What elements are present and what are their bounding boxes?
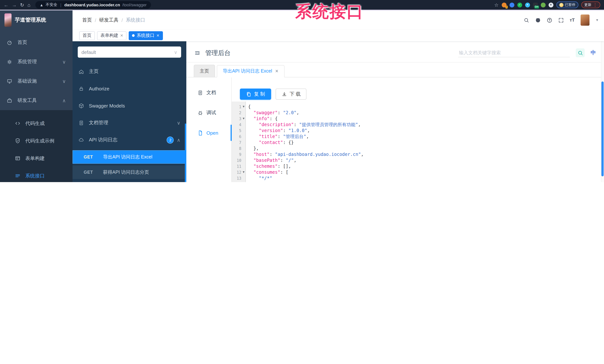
extension-icon[interactable]: 1 xyxy=(502,2,506,7)
font-size-icon[interactable]: тT xyxy=(570,17,575,23)
swagger-menu-item-文档管理[interactable]: 文档管理∨ xyxy=(73,114,186,131)
sidebar-item-表单构建[interactable]: 表单构建 xyxy=(0,150,73,167)
code-text: "swagger": "2.0", xyxy=(246,110,299,116)
tab-close-icon[interactable]: ✕ xyxy=(275,69,278,74)
doc-tab-主页[interactable]: 主页 xyxy=(194,65,215,77)
browser-home-icon[interactable]: ⌂ xyxy=(27,2,30,7)
extension-icon[interactable]: ✓ xyxy=(517,2,522,7)
models-icon xyxy=(78,103,84,108)
language-switch-icon[interactable]: 中 xyxy=(591,50,596,56)
panel-scrollbar-thumb[interactable] xyxy=(185,124,186,182)
tag-首页[interactable]: 首页 xyxy=(79,31,95,40)
code-text: }, xyxy=(246,145,259,151)
sidebar-item-label: 系统管理 xyxy=(17,58,37,65)
chevron-down-icon[interactable]: ▼ xyxy=(595,18,599,22)
chevron-down-icon: ∨ xyxy=(177,120,180,126)
update-badge[interactable]: 更新 ⋮ xyxy=(581,1,600,8)
extension-icon[interactable] xyxy=(541,2,545,7)
swagger-operations: GET导出API 访问日志 ExcelGET获得API 访问日志分页 xyxy=(73,150,186,179)
screenshot-root: ← → ↻ ⌂ ▲ 不安全 | dashboard.yudao.iocoder.… xyxy=(0,0,604,182)
code-line: 7 "contact": {} xyxy=(232,139,604,145)
sidebar-item-首页[interactable]: 首页 xyxy=(0,33,73,52)
extension-icon[interactable]: ✱ xyxy=(548,2,553,7)
sidebar-item-代码生成[interactable]: 代码生成 xyxy=(0,114,73,132)
browser-back-icon[interactable]: ← xyxy=(4,2,9,7)
doc-icon xyxy=(198,90,203,95)
swagger-menu-item-API 访问日志[interactable]: API 访问日志2∧ xyxy=(73,131,186,149)
main-scrollbar-track[interactable] xyxy=(601,41,604,182)
tag-close-icon[interactable]: ✕ xyxy=(120,34,123,38)
address-bar[interactable]: ▲ 不安全 | dashboard.yudao.iocoder.cn/tool/… xyxy=(35,1,151,9)
app-sidebar: 芋道管理系统 首页系统管理∨基础设施∨研发工具∧代码生成代码生成示例表单构建系统… xyxy=(0,10,73,182)
doc-title: 管理后台 xyxy=(205,49,231,57)
breadcrumb-item[interactable]: 研发工具 xyxy=(99,17,118,24)
tag-表单构建[interactable]: 表单构建✕ xyxy=(97,31,127,40)
code-line: 10 "basePath": "/", xyxy=(232,157,604,163)
api-operation-获得API 访问日志分页[interactable]: GET获得API 访问日志分页 xyxy=(73,165,186,179)
fullscreen-icon[interactable] xyxy=(558,17,564,23)
sidebar-item-基础设施[interactable]: 基础设施∨ xyxy=(0,71,73,91)
menu-collapse-icon[interactable] xyxy=(195,50,200,56)
api-operation-导出API 访问日志 Excel[interactable]: GET导出API 访问日志 Excel xyxy=(73,150,186,164)
api-icon xyxy=(15,173,20,178)
doc-side-nav-label: Open xyxy=(206,130,218,136)
line-number: 9 xyxy=(232,151,241,157)
swagger-menu-item-Swagger Models[interactable]: Swagger Models xyxy=(73,97,186,114)
code-text: "*/*" xyxy=(246,175,272,181)
code-text: "schemes": [], xyxy=(246,163,291,169)
breadcrumb-item[interactable]: 首页 xyxy=(82,17,92,24)
fold-gutter xyxy=(241,151,246,157)
search-icon[interactable] xyxy=(524,17,529,23)
editor-column: 复 制 下 载 1▼{2 "swagger": "2.0",3▼ "info":… xyxy=(232,77,604,182)
line-number: 5 xyxy=(232,128,241,134)
line-number: 8 xyxy=(232,145,241,151)
logo-image xyxy=(4,13,12,27)
extension-icon[interactable] xyxy=(509,2,514,7)
fold-caret-icon[interactable]: ▼ xyxy=(241,116,246,122)
sidebar-item-系统管理[interactable]: 系统管理∨ xyxy=(0,52,73,71)
copy-button[interactable]: 复 制 xyxy=(240,88,271,100)
help-icon[interactable] xyxy=(547,17,552,23)
github-icon[interactable] xyxy=(535,17,541,23)
doc-search-input[interactable] xyxy=(458,49,570,57)
tag-close-icon[interactable]: ✕ xyxy=(156,34,160,38)
swagger-menu-item-Authorize[interactable]: Authorize xyxy=(73,80,186,97)
paused-badge[interactable]: 已暂停 xyxy=(556,1,578,8)
doc-side-nav-文档[interactable]: 文档 xyxy=(186,83,231,103)
download-button[interactable]: 下 载 xyxy=(276,88,306,100)
api-group-API 错误日志[interactable]: API 错误日志3∨ xyxy=(73,181,186,182)
sidebar-subitem-label: 代码生成 xyxy=(25,120,45,127)
doc-tab-导出API 访问日志 Excel[interactable]: 导出API 访问日志 Excel✕ xyxy=(217,65,285,77)
tag-label: 系统接口 xyxy=(137,32,154,39)
json-editor[interactable]: 1▼{2 "swagger": "2.0",3▼ "info": {4 "des… xyxy=(232,101,604,182)
browser-reload-icon[interactable]: ↻ xyxy=(20,2,24,7)
extension-icon[interactable]: ✦ xyxy=(525,2,530,7)
doc-search-icon[interactable] xyxy=(576,48,585,57)
extension-icon[interactable]: Gm xyxy=(533,2,538,7)
doc-side-nav-Open[interactable]: Open xyxy=(186,123,231,143)
avatar[interactable] xyxy=(580,14,590,26)
code-line: 13 "*/*" xyxy=(232,175,604,181)
api-group-select[interactable]: default ∨ xyxy=(78,47,181,58)
doc-side-nav-调试[interactable]: 调试 xyxy=(186,103,231,123)
browser-menu-icon[interactable]: ⋮ xyxy=(593,2,597,7)
fold-caret-icon[interactable]: ▼ xyxy=(241,169,246,175)
doc-tab-label: 主页 xyxy=(200,68,209,74)
main-scrollbar-thumb[interactable] xyxy=(601,81,604,176)
bookmark-star-icon[interactable]: ☆ xyxy=(494,2,499,7)
fold-caret-icon[interactable]: ▼ xyxy=(241,104,246,110)
sidebar-item-研发工具[interactable]: 研发工具∧ xyxy=(0,91,73,110)
app-logo-row[interactable]: 芋道管理系统 xyxy=(0,10,73,30)
browser-forward-icon[interactable]: → xyxy=(12,2,17,7)
tag-系统接口[interactable]: 系统接口✕ xyxy=(129,31,163,40)
doc-side-nav: 文档调试Open xyxy=(186,77,232,182)
fold-gutter xyxy=(241,128,246,134)
fold-gutter xyxy=(241,110,246,116)
code-line: 9 "host": "api-dashboard.yudao.iocoder.c… xyxy=(232,151,604,157)
code-text: "contact": {} xyxy=(246,139,294,145)
swagger-menu-item-主页[interactable]: 主页 xyxy=(73,63,186,80)
operation-label: 导出API 访问日志 Excel xyxy=(103,154,152,160)
sidebar-item-代码生成示例[interactable]: 代码生成示例 xyxy=(0,132,73,150)
not-secure-label: 不安全 xyxy=(46,2,57,7)
sidebar-item-系统接口[interactable]: 系统接口 xyxy=(0,167,73,182)
